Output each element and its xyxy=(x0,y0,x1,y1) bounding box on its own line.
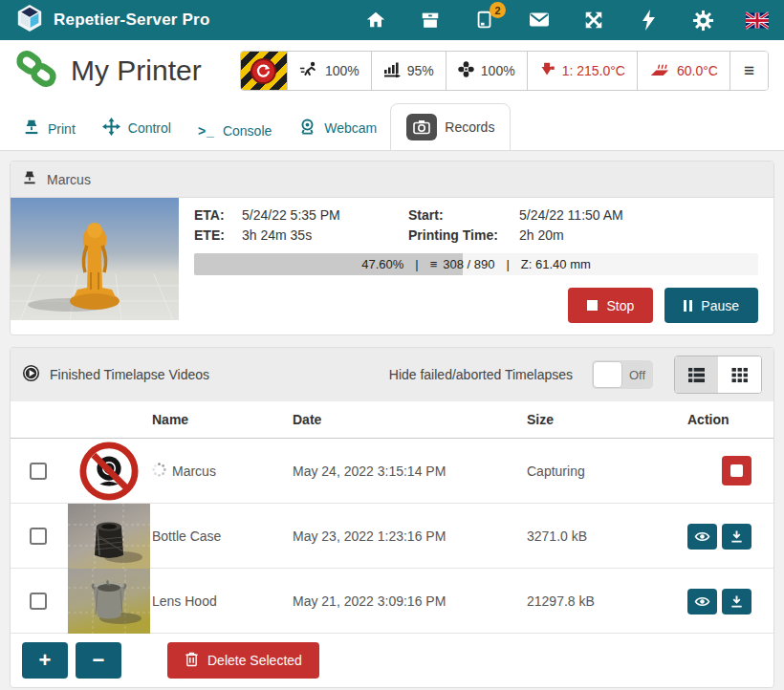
row-date: May 23, 2022 1:23:16 PM xyxy=(293,528,527,544)
job-header: Marcus xyxy=(11,162,773,198)
eta-value: 5/24/22 5:35 PM xyxy=(242,207,403,223)
fan-control[interactable]: 100% xyxy=(446,52,527,90)
timelapse-header: Finished Timelapse Videos Hide failed/ab… xyxy=(11,348,773,401)
flow-value: 95% xyxy=(407,63,434,78)
control-arrows-icon xyxy=(102,118,120,139)
language-flag-icon[interactable] xyxy=(746,9,769,32)
tab-control[interactable]: Control xyxy=(89,106,185,150)
row-name: Marcus xyxy=(172,464,216,479)
printer-header: My Printer 100% xyxy=(0,40,784,101)
row-checkbox[interactable] xyxy=(30,593,47,610)
heated-bed-icon xyxy=(649,61,670,80)
toggle-state: Off xyxy=(629,360,645,389)
repetier-logo-icon xyxy=(15,4,44,36)
list-view-button[interactable] xyxy=(675,356,718,393)
printing-time-value: 2h 20m xyxy=(519,227,758,243)
video-thumbnail xyxy=(68,504,150,569)
play-circle-icon xyxy=(22,364,40,385)
job-info: ETA: 5/24/22 5:35 PM Start: 5/24/22 11:5… xyxy=(194,207,758,243)
row-checkbox[interactable] xyxy=(30,463,47,480)
trash-icon xyxy=(185,651,199,670)
bed-temp-control[interactable]: 60.0°C xyxy=(637,52,730,90)
printer-menu-button[interactable]: ≡ xyxy=(730,52,768,90)
job-name: Marcus xyxy=(47,172,91,187)
brand-name: Repetier-Server Pro xyxy=(54,11,209,30)
row-name: Lens Hood xyxy=(152,593,217,609)
col-size: Size xyxy=(527,412,670,427)
row-checkbox[interactable] xyxy=(30,528,47,545)
timelapse-card: Finished Timelapse Videos Hide failed/ab… xyxy=(10,347,774,688)
stop-recording-button[interactable] xyxy=(722,456,751,485)
row-name: Bottle Case xyxy=(152,528,221,544)
hide-toggle-label: Hide failed/aborted Timelapses xyxy=(389,367,573,382)
select-all-button[interactable]: + xyxy=(22,642,68,679)
col-date: Date xyxy=(293,412,527,427)
bed-temp-value: 60.0°C xyxy=(677,63,718,78)
print-jobs-icon[interactable]: 2 xyxy=(473,9,496,32)
stop-button[interactable]: Stop xyxy=(568,288,653,323)
start-value: 5/24/22 11:50 AM xyxy=(519,207,758,223)
preview-button[interactable] xyxy=(687,524,717,550)
download-button[interactable] xyxy=(722,524,751,550)
progress-layers: 308 / 890 xyxy=(443,257,494,271)
print-icon xyxy=(23,119,40,139)
print-status-card: Marcus xyxy=(10,161,774,335)
timelapse-table: Name Date Size Action xyxy=(11,401,773,634)
extruder-temp-control[interactable]: 1: 215.0°C xyxy=(527,52,637,90)
col-action: Action xyxy=(670,412,773,427)
row-size: 21297.8 kB xyxy=(527,593,670,609)
speed-runner-icon xyxy=(299,61,318,80)
progress-percent: 47.60% xyxy=(361,257,403,271)
webcam-icon xyxy=(298,118,316,139)
top-navbar: Repetier-Server Pro 2 xyxy=(0,0,784,40)
timelapse-title: Finished Timelapse Videos xyxy=(50,367,209,382)
grid-view-button[interactable] xyxy=(718,356,761,393)
download-button[interactable] xyxy=(722,589,751,615)
extruder-temp-value: 1: 215.0°C xyxy=(562,63,625,78)
extruder-icon xyxy=(539,61,555,80)
chain-link-icon xyxy=(15,48,57,94)
video-thumbnail xyxy=(68,569,150,634)
preview-button[interactable] xyxy=(687,589,717,615)
hide-failed-toggle[interactable]: Off xyxy=(592,360,653,389)
gear-icon[interactable] xyxy=(691,9,714,32)
ete-value: 3h 24m 35s xyxy=(242,227,403,243)
tab-print[interactable]: Print xyxy=(10,107,89,150)
console-icon: >_ xyxy=(198,123,215,139)
printer-job-icon xyxy=(22,170,37,188)
layers-icon: ≡ xyxy=(430,257,438,271)
archive-box-icon[interactable] xyxy=(419,9,442,32)
printer-title: My Printer xyxy=(71,54,202,87)
mail-icon[interactable] xyxy=(528,9,551,32)
speed-control[interactable]: 100% xyxy=(287,52,371,90)
tab-records[interactable]: Records xyxy=(390,103,511,151)
pause-button[interactable]: Pause xyxy=(664,288,758,323)
pause-icon xyxy=(684,300,692,312)
table-row: Lens Hood May 21, 2022 3:09:16 PM 21297.… xyxy=(11,569,773,634)
main-content: Marcus xyxy=(0,151,784,690)
tab-console[interactable]: >_ Console xyxy=(185,112,285,150)
progress-z: Z: 61.40 mm xyxy=(521,257,591,271)
table-row: Marcus May 24, 2022 3:15:14 PM Capturing xyxy=(11,439,773,504)
delete-selected-button[interactable]: Delete Selected xyxy=(167,642,319,679)
lightning-icon[interactable] xyxy=(637,9,660,32)
flow-control[interactable]: 95% xyxy=(371,52,446,90)
eta-label: ETA: xyxy=(194,207,236,223)
records-camera-icon xyxy=(406,114,437,140)
fan-value: 100% xyxy=(481,63,515,78)
spinner-icon xyxy=(152,463,166,480)
brand: Repetier-Server Pro xyxy=(15,4,209,36)
job-preview-image xyxy=(11,198,179,320)
notification-badge: 2 xyxy=(490,2,506,18)
deselect-all-button[interactable]: − xyxy=(76,642,121,679)
emergency-stop-button[interactable] xyxy=(241,52,287,90)
start-label: Start: xyxy=(408,207,513,223)
navbar-icons: 2 xyxy=(364,9,769,32)
timelapse-footer: + − Delete Selected xyxy=(11,634,773,687)
table-row: Bottle Case May 23, 2022 1:23:16 PM 3271… xyxy=(11,504,773,569)
home-icon[interactable] xyxy=(364,9,387,32)
expand-arrows-icon[interactable] xyxy=(582,9,605,32)
stop-icon xyxy=(587,300,598,311)
tab-webcam[interactable]: Webcam xyxy=(285,106,390,150)
tab-bar: Print Control >_ Console Webcam xyxy=(0,101,784,151)
